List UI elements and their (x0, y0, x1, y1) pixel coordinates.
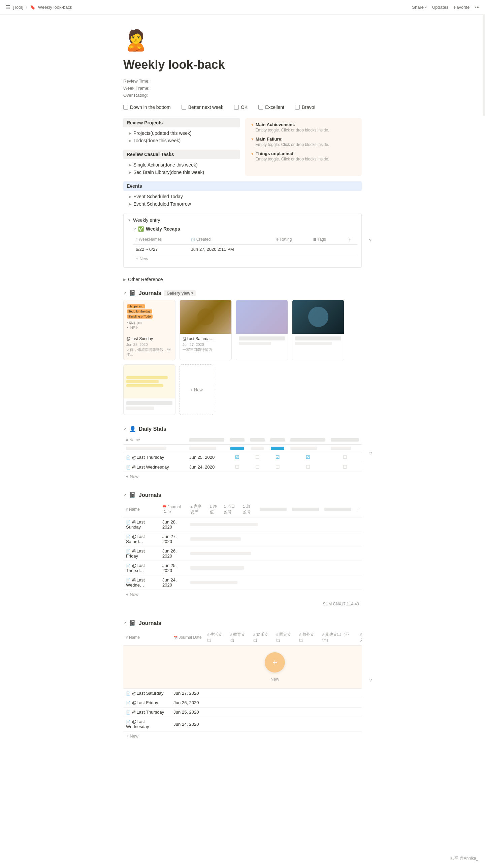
add-new-recaps[interactable]: + New (133, 254, 357, 263)
gallery-card-5[interactable] (123, 364, 175, 415)
col-assets[interactable]: Σ 家庭资产 (188, 502, 207, 517)
checkbox-ok[interactable] (234, 105, 239, 110)
question-mark[interactable]: ? (369, 451, 372, 456)
achievement-label[interactable]: ▼ Main Achievement: (251, 122, 356, 127)
col-living[interactable]: # 生活支出 (204, 630, 227, 646)
table-row[interactable]: 📄@Last Sunday Jun 28, 2020 (123, 517, 362, 532)
col-total-profit[interactable]: Σ 总盈号 (240, 502, 257, 517)
cell-cb-wed-2[interactable]: ☐ (247, 462, 267, 472)
gallery-card-2[interactable]: @Last Saturda… Jun 27, 2020 一家三口骑行浦西 (180, 300, 232, 360)
checkbox-excellent[interactable] (258, 105, 263, 110)
col-blank2[interactable] (227, 436, 247, 445)
add-new-stats[interactable]: + New (123, 472, 362, 481)
toggle-other-ref[interactable]: ▶ Other Reference (123, 276, 362, 283)
cell-cb-thu-1[interactable]: ☑ (227, 452, 247, 462)
menu-icon[interactable]: ☰ (5, 4, 10, 10)
rating-bravo[interactable]: Bravo! (295, 104, 315, 110)
weekly-entry-header[interactable]: ▼ Weekly entry (128, 217, 357, 223)
col-blank1[interactable] (187, 436, 227, 445)
toggle-single-actions[interactable]: ▶ Single Actions(done this week) (123, 161, 240, 169)
toggle-projects[interactable]: ▶ Projects(updated this week) (123, 129, 240, 137)
table-row[interactable]: 📄@Last Thursday Jun 25, 2020 ☑ ☐ ☑ ☑ (123, 452, 362, 462)
col-journal-date[interactable]: 📅 Journal Date (160, 502, 188, 517)
col-blank5[interactable] (288, 436, 328, 445)
unplanned-label[interactable]: ▼ Things unplanned: (251, 151, 356, 156)
table-row-new[interactable]: + New (123, 646, 362, 689)
checkbox-better[interactable] (182, 105, 186, 110)
cell-cb-wed-4[interactable]: ☐ (288, 462, 328, 472)
col-other[interactable]: # 其他支出（不计） (320, 630, 358, 646)
gallery-card-3[interactable] (236, 300, 288, 360)
question-mark[interactable]: ? (369, 678, 372, 683)
table-row[interactable]: 📄@Last Wedne… Jun 24, 2020 (123, 575, 362, 590)
toggle-event-tomorrow[interactable]: ▶ Event Scheduled Tomorrow (123, 200, 362, 208)
share-button[interactable]: Share ▾ (412, 5, 427, 10)
col-edu[interactable]: # 教育支出 (228, 630, 251, 646)
more-button[interactable]: ••• (475, 5, 480, 10)
col-blurred3[interactable] (322, 502, 354, 517)
journals-t2-title[interactable]: Journals (139, 620, 161, 626)
journals-title[interactable]: Journals (139, 290, 161, 296)
add-new-t1[interactable]: + New (123, 590, 362, 599)
checkbox-bravo[interactable] (295, 105, 300, 110)
cell-cb-thu-4[interactable]: ☑ (288, 452, 328, 462)
col-tags[interactable]: ☰ Tags (311, 234, 342, 245)
col-blurred2[interactable] (289, 502, 322, 517)
toggle-todos[interactable]: ▶ Todos(done this week) (123, 137, 240, 144)
checkbox-down[interactable] (123, 105, 128, 110)
col-entertainment[interactable]: # 娱乐支出 (251, 630, 273, 646)
question-mark[interactable]: ? (369, 238, 371, 243)
col-rating[interactable]: ⚙ Rating (273, 234, 311, 245)
table-row[interactable]: 📄@Last Saturday Jun 27, 2020 (123, 689, 362, 698)
rating-excellent[interactable]: Excellent (258, 104, 284, 110)
table-row[interactable] (123, 445, 362, 452)
col-today-profit[interactable]: Σ 当日盈号 (221, 502, 240, 517)
gallery-add-button[interactable]: + New (180, 364, 213, 415)
col-add[interactable]: + (354, 502, 362, 517)
table-row[interactable]: 📄@Last Thursd… Jun 25, 2020 (123, 561, 362, 575)
col-netval[interactable]: Σ 净值 (207, 502, 221, 517)
table-row[interactable]: 📄@Last Wednesday Jun 24, 2020 (123, 717, 362, 731)
add-new-t2[interactable]: + New (123, 731, 362, 741)
table-row[interactable]: 📄@Last Friday Jun 26, 2020 (123, 698, 362, 708)
col-fixed[interactable]: # 固定支出 (273, 630, 296, 646)
journals-t1-title[interactable]: Journals (139, 492, 161, 498)
cell-cb3[interactable] (267, 445, 288, 452)
rating-better[interactable]: Better next week (182, 104, 223, 110)
cell-cb1[interactable] (227, 445, 247, 452)
col-blank6[interactable] (328, 436, 362, 445)
cell-cb2[interactable] (247, 445, 267, 452)
cell-cb-wed-3[interactable]: ☐ (267, 462, 288, 472)
failure-label[interactable]: ▼ Main Failure: (251, 137, 356, 142)
cell-cb-thu-3[interactable]: ☑ (267, 452, 288, 462)
col-blank3[interactable] (247, 436, 267, 445)
col-extra[interactable]: # 额外支出 (296, 630, 319, 646)
favorite-button[interactable]: Favorite (454, 5, 470, 10)
table-row[interactable]: 📄@Last Saturd… Jun 27, 2020 (123, 532, 362, 546)
updates-button[interactable]: Updates (432, 5, 448, 10)
tool-breadcrumb[interactable]: [Tool] (13, 5, 23, 10)
table-row[interactable]: 📄@Last Wednesday Jun 24, 2020 ☐ ☐ ☐ ☐ (123, 462, 362, 472)
col-weeknames[interactable]: # WeekNames (133, 234, 188, 245)
col-created[interactable]: 🕐 Created (188, 234, 273, 245)
toggle-sec-brain[interactable]: ▶ Sec Brain Library(done this week) (123, 169, 240, 176)
table-row[interactable]: 📄@Last Thursday Jun 25, 2020 (123, 708, 362, 717)
rating-down[interactable]: Down in the bottom (123, 104, 171, 110)
cell-cb-thu-2[interactable]: ☐ (247, 452, 267, 462)
col-blank4[interactable] (267, 436, 288, 445)
gallery-card-4[interactable] (292, 300, 344, 360)
gallery-card-1[interactable]: Happening Todo for the day Timeline of T… (123, 300, 175, 360)
cell-cb-wed-1[interactable]: ☐ (227, 462, 247, 472)
col-work-income[interactable]: # 工作收入 (357, 630, 362, 646)
table-row[interactable]: 📄@Last Friday Jun 26, 2020 (123, 546, 362, 561)
cell-cb-wed-5[interactable]: ☐ (328, 462, 362, 472)
recaps-title[interactable]: Weekly Recaps (146, 226, 180, 232)
daily-stats-title[interactable]: Daily Stats (139, 426, 166, 432)
col-name[interactable]: # Name (123, 436, 187, 445)
col-name[interactable]: # Name (123, 630, 171, 646)
table-row[interactable]: 6/22 ~ 6/27 Jun 27, 2020 2:11 PM (133, 245, 357, 254)
col-name[interactable]: # Name (123, 502, 160, 517)
toggle-event-today[interactable]: ▶ Event Scheduled Today (123, 193, 362, 200)
view-label[interactable]: Gallery view ▾ (164, 290, 196, 296)
scrollbar[interactable] (483, 15, 485, 116)
